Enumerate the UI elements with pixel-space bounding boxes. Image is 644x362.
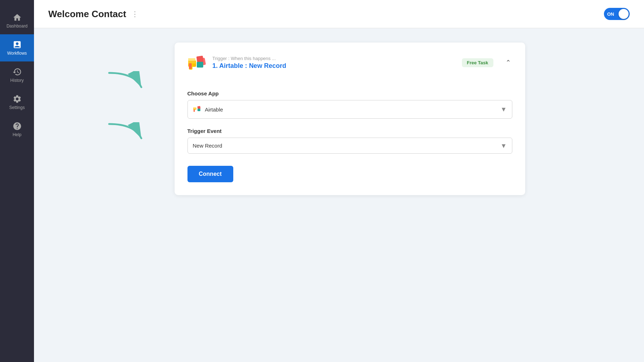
workflows-icon <box>13 40 22 49</box>
choose-app-select[interactable]: Airtable ▼ <box>187 100 512 119</box>
trigger-event-select-wrapper[interactable]: New Record ▼ <box>187 138 512 154</box>
trigger-title: 1. Airtable : New Record <box>213 62 455 70</box>
sidebar-item-dashboard[interactable]: Dashboard <box>0 7 34 34</box>
help-icon <box>13 122 22 131</box>
sidebar-item-history[interactable]: History <box>0 61 34 89</box>
trigger-event-dropdown-icon: ▼ <box>501 142 507 149</box>
collapse-button[interactable]: ⌃ <box>504 57 512 68</box>
header: Welcome Contact ⋮ ON <box>34 0 644 28</box>
choose-app-dropdown-icon: ▼ <box>501 106 507 113</box>
sidebar-item-workflows[interactable]: Workflows <box>0 34 34 61</box>
trigger-event-section: Trigger Event New Record ▼ <box>187 128 512 154</box>
settings-icon <box>13 94 22 104</box>
toggle-wrapper: ON <box>604 8 630 20</box>
choose-app-section: Choose App Airtable ▼ <box>187 90 512 119</box>
svg-rect-10 <box>189 63 192 69</box>
sidebar-label-settings: Settings <box>9 105 25 110</box>
content-area: Trigger : When this happens ... 1. Airta… <box>34 28 644 362</box>
workflow-toggle[interactable]: ON <box>604 8 630 20</box>
sidebar-item-settings[interactable]: Settings <box>0 89 34 116</box>
airtable-logo <box>187 53 206 72</box>
page-title: Welcome Contact <box>48 9 126 20</box>
arrows-container <box>106 71 145 142</box>
svg-rect-8 <box>188 58 195 61</box>
choose-app-label: Choose App <box>187 90 512 96</box>
arrow-2 <box>106 122 145 142</box>
arrow-1 <box>106 71 145 91</box>
sidebar-item-help[interactable]: Help <box>0 116 34 143</box>
trigger-info: Trigger : When this happens ... 1. Airta… <box>213 56 455 70</box>
toggle-label: ON <box>607 11 614 17</box>
sidebar-label-history: History <box>10 78 24 83</box>
svg-rect-11 <box>197 62 203 68</box>
home-icon <box>13 13 22 22</box>
sidebar-label-dashboard: Dashboard <box>6 24 28 29</box>
sidebar-label-help: Help <box>13 132 21 137</box>
connect-button[interactable]: Connect <box>187 166 233 182</box>
sidebar: Dashboard Workflows History Settings Hel… <box>0 0 34 362</box>
svg-rect-16 <box>197 109 200 111</box>
trigger-header: Trigger : When this happens ... 1. Airta… <box>187 53 512 80</box>
airtable-mini-icon <box>193 105 201 114</box>
svg-rect-13 <box>193 107 196 109</box>
trigger-event-label: Trigger Event <box>187 128 512 134</box>
main-content: Welcome Contact ⋮ ON <box>34 0 644 362</box>
free-task-badge: Free Task <box>462 58 493 67</box>
choose-app-select-wrapper[interactable]: Airtable ▼ <box>187 100 512 119</box>
toggle-knob <box>619 9 629 19</box>
sidebar-label-workflows: Workflows <box>7 51 27 56</box>
more-options-icon[interactable]: ⋮ <box>131 10 139 18</box>
trigger-subtitle: Trigger : When this happens ... <box>213 56 455 61</box>
history-icon <box>13 67 22 76</box>
svg-rect-15 <box>194 109 195 112</box>
trigger-event-select[interactable]: New Record ▼ <box>187 138 512 154</box>
workflow-card: Trigger : When this happens ... 1. Airta… <box>175 43 525 195</box>
